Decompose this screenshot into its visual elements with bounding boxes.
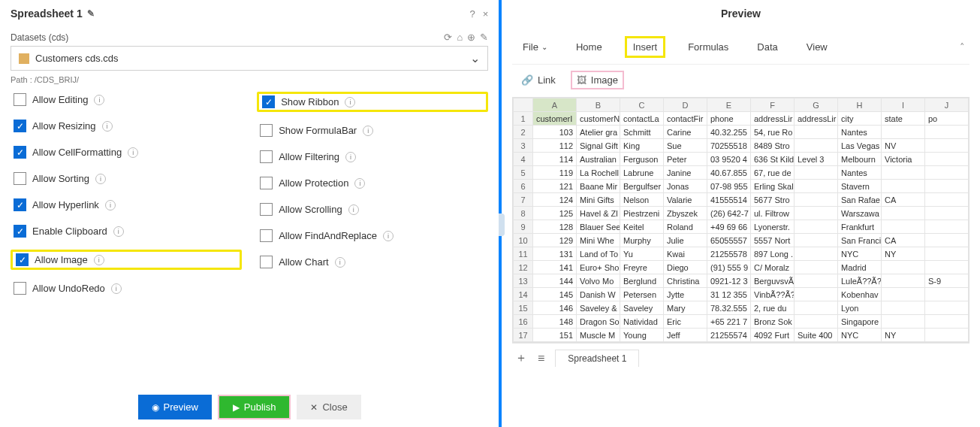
cell[interactable]: Dragon So [577,315,620,329]
cell[interactable]: 07-98 955 [707,180,751,193]
cell[interactable] [795,166,838,180]
cell[interactable]: Freyre [620,261,664,274]
close-icon[interactable]: × [483,8,489,20]
row-header[interactable]: 16 [514,315,533,329]
publish-button[interactable]: ▶ Publish [218,395,291,419]
checkbox[interactable] [260,229,273,242]
cell[interactable]: Piestrzeni [620,207,664,220]
header-cell[interactable]: customerN [577,112,620,126]
cell[interactable] [795,220,838,234]
tool-link[interactable]: 🔗 Link [517,72,560,88]
checkbox[interactable]: ✓ [16,253,29,266]
row-header[interactable]: 11 [514,247,533,261]
info-icon[interactable]: i [345,152,356,162]
col-header[interactable]: E [707,98,751,112]
cell[interactable]: Mary [664,301,707,315]
cell[interactable]: 2, rue du [751,301,795,315]
cell[interactable]: 103 [533,126,577,139]
cell[interactable] [882,126,925,139]
cell[interactable]: Jytte [664,288,707,301]
cell[interactable] [925,315,969,329]
cell[interactable]: Carine [664,126,707,139]
cell[interactable]: Diego [664,261,707,274]
cell[interactable] [795,126,838,139]
header-cell[interactable]: addressLir [795,112,838,126]
cell[interactable]: Australian [577,153,620,166]
cell[interactable]: 131 [533,247,577,261]
cell[interactable]: Saveley & [577,301,620,315]
cell[interactable]: 40.32.255 [707,126,751,139]
cell[interactable]: La Rochell [577,166,620,180]
cell[interactable]: 121 [533,180,577,193]
cell[interactable]: 112 [533,139,577,153]
cell[interactable]: Bergulfser [620,180,664,193]
row-header[interactable]: 5 [514,166,533,180]
cell[interactable] [882,301,925,315]
cell[interactable] [882,288,925,301]
checkbox[interactable] [260,124,273,137]
cell[interactable]: Baane Mir [577,180,620,193]
cell[interactable]: Kwai [664,247,707,261]
refresh-icon[interactable]: ⟳ [444,32,452,43]
cell[interactable] [882,220,925,234]
info-icon[interactable]: i [113,226,124,237]
cell[interactable]: Peter [664,153,707,166]
cell[interactable] [795,180,838,193]
cell[interactable] [925,247,969,261]
cell[interactable] [795,261,838,274]
row-header[interactable]: 17 [514,329,533,342]
row-header[interactable]: 1 [514,112,533,126]
cell[interactable] [925,329,969,342]
info-icon[interactable]: i [363,126,373,136]
cell[interactable]: Jonas [664,180,707,193]
tool-image[interactable]: 🖼 Image [571,71,624,89]
tab-formulas[interactable]: Formulas [682,38,734,56]
cell[interactable] [925,180,969,193]
info-icon[interactable]: i [102,121,113,132]
header-cell[interactable]: phone [707,112,751,126]
cell[interactable] [795,247,838,261]
cell[interactable] [795,315,838,329]
cell[interactable]: Labrune [620,166,664,180]
add-icon[interactable]: ⊕ [467,32,475,43]
row-header[interactable]: 12 [514,261,533,274]
cell[interactable]: 31 12 355 [707,288,751,301]
cell[interactable]: 54, rue Ro [751,126,795,139]
checkbox[interactable]: ✓ [14,146,26,159]
tab-insert[interactable]: Insert [625,36,666,58]
cell[interactable]: San Franci [838,234,882,247]
info-icon[interactable]: i [354,178,365,189]
cell[interactable]: 21255578 [707,247,751,261]
tab-file[interactable]: File ⌄ [517,38,553,56]
info-icon[interactable]: i [128,147,138,158]
cell[interactable]: Eric [664,315,707,329]
cell[interactable]: Suite 400 [795,329,838,342]
row-header[interactable]: 7 [514,193,533,207]
checkbox[interactable] [14,282,26,295]
cell[interactable] [882,207,925,220]
cell[interactable]: NY [882,247,925,261]
checkbox[interactable] [14,172,26,185]
cell[interactable] [882,261,925,274]
cell[interactable] [795,207,838,220]
cell[interactable]: Yu [620,247,664,261]
cell[interactable]: Saveley [620,301,664,315]
cell[interactable]: Valarie [664,193,707,207]
cell[interactable]: Nantes [838,126,882,139]
add-sheet-icon[interactable]: ＋ [515,350,527,366]
cell[interactable]: Sue [664,139,707,153]
cell[interactable]: Petersen [620,288,664,301]
cell[interactable]: C/ Moralz [751,261,795,274]
preview-button[interactable]: ◉ Preview [138,395,212,419]
row-header[interactable]: 9 [514,220,533,234]
cell[interactable]: Danish W [577,288,620,301]
col-header[interactable]: H [838,98,882,112]
col-header[interactable]: D [664,98,707,112]
cell[interactable]: CA [882,234,925,247]
info-icon[interactable]: i [345,97,355,108]
close-button[interactable]: ✕ Close [297,395,360,419]
info-icon[interactable]: i [348,204,359,215]
cell[interactable]: Warszawa [838,207,882,220]
tab-data[interactable]: Data [751,38,783,56]
cell[interactable]: 65055557 [707,234,751,247]
